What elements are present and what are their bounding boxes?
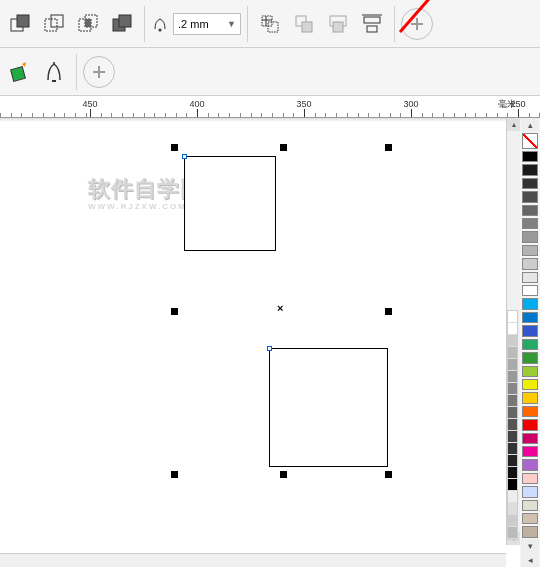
selection-handle[interactable] xyxy=(385,144,392,151)
selection-handle[interactable] xyxy=(171,308,178,315)
color-swatch[interactable] xyxy=(522,392,538,403)
mini-swatch xyxy=(508,467,517,479)
color-swatch[interactable] xyxy=(522,218,538,229)
outline-width-combo[interactable]: .2 mm ▼ xyxy=(173,13,241,35)
mini-swatch xyxy=(508,347,517,359)
color-swatch[interactable] xyxy=(522,164,538,175)
color-swatch[interactable] xyxy=(522,352,538,363)
add-preset-button[interactable] xyxy=(401,8,433,40)
color-swatch[interactable] xyxy=(522,513,538,524)
selection-handle[interactable] xyxy=(385,308,392,315)
svg-rect-23 xyxy=(11,66,26,81)
selection-handle[interactable] xyxy=(171,144,178,151)
color-swatch[interactable] xyxy=(522,379,538,390)
simplify-button[interactable] xyxy=(106,8,138,40)
color-swatch[interactable] xyxy=(522,433,538,444)
color-swatch[interactable] xyxy=(522,245,538,256)
mini-swatch xyxy=(508,371,517,383)
horizontal-scrollbar[interactable] xyxy=(0,553,506,567)
color-swatch[interactable] xyxy=(522,298,538,309)
mini-swatch xyxy=(508,335,517,347)
palette-scrollbar[interactable] xyxy=(507,310,518,540)
color-swatch[interactable] xyxy=(522,500,538,511)
svg-rect-5 xyxy=(85,15,97,27)
svg-rect-18 xyxy=(364,17,380,23)
ruler-tick-label: 400 xyxy=(189,99,204,109)
weld-button[interactable] xyxy=(4,8,36,40)
add-tool-button[interactable] xyxy=(83,56,115,88)
toolbox-bar xyxy=(0,48,540,96)
selection-handle[interactable] xyxy=(280,471,287,478)
color-swatch[interactable] xyxy=(522,446,538,457)
svg-rect-16 xyxy=(330,16,346,26)
drawing-canvas[interactable]: 软件自学网 WWW.RJZXW.COM × xyxy=(0,118,540,545)
color-swatch[interactable] xyxy=(522,231,538,242)
selection-handle[interactable] xyxy=(171,471,178,478)
palette-swatches xyxy=(522,150,538,539)
selection-center-icon[interactable]: × xyxy=(277,302,283,314)
color-swatch[interactable] xyxy=(522,325,538,336)
mini-swatch xyxy=(508,455,517,467)
color-swatch[interactable] xyxy=(522,191,538,202)
ruler-tick-label: 450 xyxy=(82,99,97,109)
palette-up-icon[interactable]: ▴ xyxy=(521,118,539,132)
scroll-up-icon[interactable]: ▴ xyxy=(507,118,520,131)
shape-node[interactable] xyxy=(182,154,187,159)
color-swatch[interactable] xyxy=(522,205,538,216)
dropdown-icon: ▼ xyxy=(227,19,236,29)
canvas-area[interactable]: 软件自学网 WWW.RJZXW.COM × xyxy=(0,118,540,545)
svg-point-25 xyxy=(53,62,55,64)
svg-rect-7 xyxy=(113,19,125,31)
selection-handle[interactable] xyxy=(280,144,287,151)
outline-pen-tool[interactable] xyxy=(38,56,70,88)
svg-point-9 xyxy=(159,28,162,31)
color-swatch[interactable] xyxy=(522,285,538,296)
separator xyxy=(247,6,248,42)
horizontal-ruler[interactable]: 毫米 450400350300250 xyxy=(0,96,540,118)
mini-swatch xyxy=(508,491,517,503)
svg-rect-0 xyxy=(11,19,23,31)
interactive-fill-tool[interactable] xyxy=(4,56,36,88)
mini-swatch xyxy=(508,527,517,539)
mini-swatch xyxy=(508,419,517,431)
ruler-tick-label: 250 xyxy=(510,99,525,109)
palette-flyout-icon[interactable]: ◂ xyxy=(521,553,539,567)
svg-rect-24 xyxy=(52,80,56,82)
color-swatch[interactable] xyxy=(522,486,538,497)
svg-rect-15 xyxy=(302,22,312,32)
palette-down-icon[interactable]: ▾ xyxy=(521,539,539,553)
outline-width-value: .2 mm xyxy=(178,18,209,30)
no-color-swatch[interactable] xyxy=(522,133,538,149)
trim-button[interactable] xyxy=(38,8,70,40)
rect-bottom[interactable] xyxy=(269,348,388,467)
svg-rect-14 xyxy=(296,16,306,26)
intersect-button[interactable] xyxy=(72,8,104,40)
color-swatch[interactable] xyxy=(522,526,538,537)
mini-swatch xyxy=(508,407,517,419)
color-swatch[interactable] xyxy=(522,178,538,189)
shape-node[interactable] xyxy=(267,346,272,351)
color-swatch[interactable] xyxy=(522,272,538,283)
outline-width-control: .2 mm ▼ xyxy=(151,13,241,35)
mini-swatch xyxy=(508,431,517,443)
ruler-tick-label: 300 xyxy=(403,99,418,109)
color-palette: ▴ ▾ ◂ xyxy=(520,118,540,567)
separator xyxy=(76,54,77,90)
rect-top[interactable] xyxy=(184,156,276,251)
color-swatch[interactable] xyxy=(522,473,538,484)
mini-swatch xyxy=(508,311,517,323)
color-swatch[interactable] xyxy=(522,312,538,323)
svg-rect-4 xyxy=(79,19,91,31)
color-swatch[interactable] xyxy=(522,459,538,470)
color-swatch[interactable] xyxy=(522,339,538,350)
selection-handle[interactable] xyxy=(385,471,392,478)
color-swatch[interactable] xyxy=(522,258,538,269)
mini-swatch xyxy=(508,383,517,395)
color-swatch[interactable] xyxy=(522,366,538,377)
color-swatch[interactable] xyxy=(522,406,538,417)
svg-rect-6 xyxy=(85,19,91,27)
color-swatch[interactable] xyxy=(522,419,538,430)
front-minus-back-button[interactable] xyxy=(254,8,286,40)
align-distribute-button[interactable] xyxy=(356,8,388,40)
color-swatch[interactable] xyxy=(522,151,538,162)
